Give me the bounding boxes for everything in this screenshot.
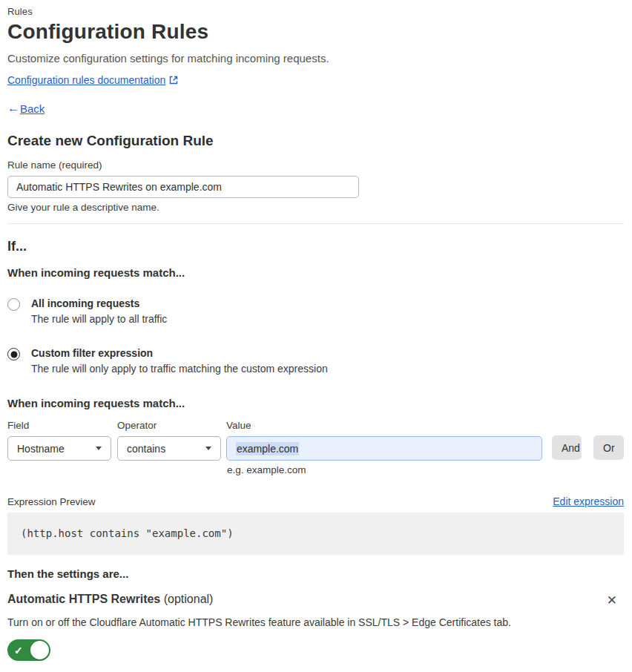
setting-optional-label: (optional) bbox=[160, 593, 213, 605]
radio-selected-icon[interactable] bbox=[7, 348, 20, 360]
page-title: Configuration Rules bbox=[7, 20, 624, 44]
documentation-link[interactable]: Configuration rules documentation bbox=[7, 74, 165, 86]
chevron-down-icon bbox=[205, 447, 211, 450]
breadcrumb: Rules bbox=[7, 6, 624, 17]
expression-preview-label: Expression Preview bbox=[7, 496, 96, 507]
operator-label: Operator bbox=[117, 420, 221, 431]
field-select-value: Hostname bbox=[17, 443, 65, 455]
match-heading: When incoming requests match... bbox=[7, 266, 624, 279]
page-subtitle: Customize configuration settings for mat… bbox=[7, 52, 624, 65]
radio-option-all-requests[interactable]: All incoming requests The rule will appl… bbox=[7, 297, 624, 325]
or-button[interactable]: Or bbox=[593, 435, 624, 460]
toggle-knob bbox=[30, 641, 49, 659]
field-label: Field bbox=[7, 420, 111, 431]
radio-option-label: Custom filter expression bbox=[31, 347, 328, 359]
expression-builder-heading: When incoming requests match... bbox=[7, 397, 624, 409]
configuration-rules-page: Rules Configuration Rules Customize conf… bbox=[0, 0, 632, 661]
operator-select-value: contains bbox=[127, 443, 165, 455]
setting-description: Turn on or off the Cloudflare Automatic … bbox=[7, 616, 624, 628]
value-input[interactable]: example.com bbox=[226, 436, 542, 461]
external-link-icon bbox=[169, 76, 178, 85]
then-settings-heading: Then the settings are... bbox=[7, 567, 624, 580]
setting-title: Automatic HTTPS Rewrites (optional) bbox=[7, 593, 213, 606]
check-icon: ✓ bbox=[14, 645, 23, 656]
field-select[interactable]: Hostname bbox=[7, 436, 111, 461]
radio-unselected-icon[interactable] bbox=[7, 298, 20, 311]
setting-name: Automatic HTTPS Rewrites bbox=[7, 593, 160, 605]
back-link[interactable]: Back bbox=[20, 102, 45, 115]
rule-name-input[interactable] bbox=[7, 176, 359, 198]
radio-option-description: The rule will apply to all traffic bbox=[31, 313, 167, 325]
edit-expression-link[interactable]: Edit expression bbox=[553, 495, 624, 507]
and-button[interactable]: And bbox=[552, 435, 582, 460]
close-icon[interactable]: ✕ bbox=[604, 593, 620, 608]
create-rule-heading: Create new Configuration Rule bbox=[7, 133, 624, 149]
back-arrow-icon: ← bbox=[7, 102, 19, 115]
value-label: Value bbox=[226, 420, 542, 431]
operator-select[interactable]: contains bbox=[117, 436, 221, 461]
radio-option-custom-filter[interactable]: Custom filter expression The rule will o… bbox=[7, 347, 624, 375]
value-help-text: e.g. example.com bbox=[227, 464, 624, 475]
rule-name-help: Give your rule a descriptive name. bbox=[7, 202, 624, 213]
radio-option-description: The rule will only apply to traffic matc… bbox=[31, 363, 328, 375]
radio-option-label: All incoming requests bbox=[31, 297, 167, 309]
expression-preview-code: (http.host contains "example.com") bbox=[7, 513, 624, 555]
value-input-text: example.com bbox=[236, 442, 299, 455]
chevron-down-icon bbox=[96, 447, 102, 450]
rule-name-label: Rule name (required) bbox=[7, 159, 624, 171]
section-divider bbox=[7, 223, 624, 224]
automatic-https-rewrites-toggle[interactable]: ✓ bbox=[7, 639, 50, 661]
if-heading: If... bbox=[7, 239, 624, 254]
